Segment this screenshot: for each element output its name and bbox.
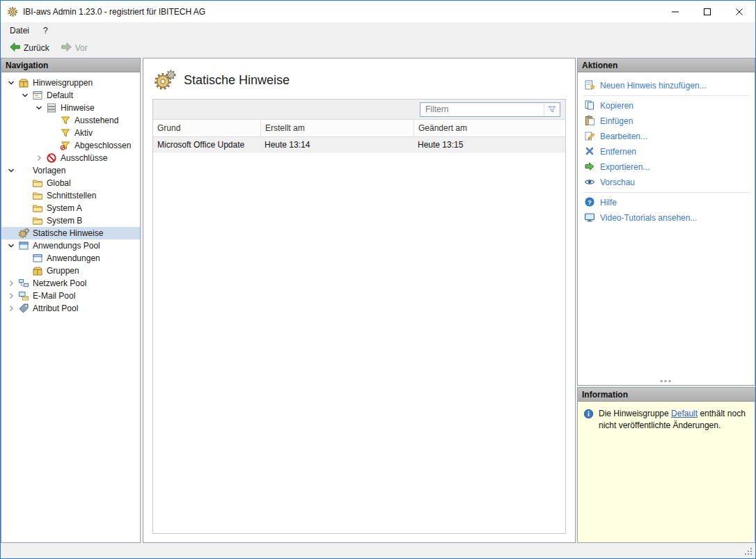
tree-item-label: Statische Hinweise [33,228,103,238]
info-icon [583,409,594,421]
tree-item-system-a[interactable]: System A [1,202,140,214]
tree-item-ausstehend[interactable]: Ausstehend [1,114,140,127]
paste-action[interactable]: Einfügen [578,113,755,129]
column-header-erstellt-am[interactable]: Erstellt am [260,120,414,136]
remove-action[interactable]: Entfernen [578,144,755,159]
hints-table: Grund Erstellt am Geändert am Microsoft … [152,99,566,534]
tree-item-label: Attribut Pool [33,304,78,313]
column-header-grund[interactable]: Grund [153,120,260,136]
panel-splitter[interactable]: ••• [578,377,755,385]
tree-item-gruppen[interactable]: Gruppen [1,265,140,277]
tree-item-vorlagen[interactable]: Vorlagen [1,164,140,177]
tree-item-label: Anwendungs Pool [33,241,100,251]
add-note-icon [584,79,595,93]
tree-item-label: Hinweise [61,103,95,113]
tree-item-label: Ausschlüsse [61,153,107,163]
column-header-geaendert-am[interactable]: Geändert am [414,120,565,136]
tree-item-attribut-pool[interactable]: Attribut Pool [1,302,140,315]
tree-item-label: Global [47,178,71,188]
tree-item-hinweise[interactable]: Hinweise [1,102,140,114]
table-empty-area [153,152,565,533]
video-tutorials-action[interactable]: Video-Tutorials ansehen... [578,210,755,226]
folder-icon [32,190,43,201]
action-label: Kopieren [600,101,633,111]
tree-item-aktiv[interactable]: Aktiv [1,127,140,139]
chevron-collapsed-icon[interactable] [6,290,17,301]
menu-help[interactable]: ? [36,24,55,38]
forward-button[interactable]: Vor [56,40,93,56]
filter-funnel-icon[interactable] [544,103,560,116]
copy-action[interactable]: Kopieren [578,98,755,113]
navigation-panel: Navigation Hinweisgruppen Default Hinwei… [1,58,141,543]
filter-input[interactable] [420,104,544,114]
preview-action[interactable]: Vorschau [578,175,755,190]
tree-item-hinweisgruppen[interactable]: Hinweisgruppen [1,77,140,89]
tree-item-label: System A [47,203,82,213]
chevron-expanded-icon[interactable] [19,90,31,101]
chevron-collapsed-icon[interactable] [6,303,17,314]
add-hint-action[interactable]: Neuen Hinweis hinzufügen... [578,78,755,93]
chevron-placeholder [19,203,31,214]
tree-item-system-b[interactable]: System B [1,214,140,227]
actions-separator [583,95,749,96]
app-icon [7,6,18,17]
tree-item-label: Netzwerk Pool [33,278,86,288]
chevron-expanded-icon[interactable] [6,77,17,88]
help-action[interactable]: ? Hilfe [578,195,755,210]
chevron-collapsed-icon[interactable] [33,152,45,164]
chevron-placeholder [47,127,58,139]
table-header-row: Grund Erstellt am Geändert am [153,120,565,137]
tree-item-netzwerk-pool[interactable]: Netzwerk Pool [1,277,140,290]
tree-item-global[interactable]: Global [1,177,140,189]
info-text-before: Die Hinweisgruppe [599,409,671,418]
notes-stack-icon [46,102,57,113]
close-button[interactable] [723,1,755,22]
main-header: Statische Hinweise [152,64,566,96]
folder-icon [32,203,43,214]
chevron-placeholder [6,228,17,239]
icon-placeholder [18,165,29,176]
chevron-expanded-icon[interactable] [6,165,17,176]
chevron-expanded-icon[interactable] [6,240,17,251]
information-panel: Information Die Hinweisgruppe Default en… [577,387,755,543]
default-group-link[interactable]: Default [671,409,698,418]
tree-item-label: Abgeschlossen [74,141,131,150]
back-button-label: Zurück [24,43,49,53]
tree-item-email-pool[interactable]: E-Mail Pool [1,290,140,302]
resize-grip[interactable] [744,547,753,556]
tree-item-schnittstellen[interactable]: Schnittstellen [1,189,140,202]
maximize-button[interactable] [691,1,723,22]
chevron-placeholder [19,253,31,264]
table-row[interactable]: Microsoft Office Update Heute 13:14 Heut… [153,137,565,152]
folder-icon [32,178,43,189]
back-button[interactable]: Zurück [4,40,54,56]
actions-panel: Aktionen Neuen Hinweis hinzufügen... Kop… [577,58,755,386]
filter-box [420,102,560,117]
menu-datei[interactable]: Datei [3,24,36,38]
minimize-button[interactable] [659,1,691,22]
action-label: Neuen Hinweis hinzufügen... [600,81,707,90]
tree-item-anwendungs-pool[interactable]: Anwendungs Pool [1,239,140,252]
action-label: Entfernen [600,147,636,157]
window-controls [659,1,755,22]
tree-item-anwendungen[interactable]: Anwendungen [1,252,140,265]
edit-action[interactable]: Bearbeiten... [578,129,755,144]
export-action[interactable]: Exportieren... [578,159,755,175]
network-icon [18,278,29,289]
tree-item-default[interactable]: Default [1,89,140,102]
tree-item-label: Schnittstellen [47,191,96,200]
tree-item-ausschluesse[interactable]: Ausschlüsse [1,152,140,164]
action-label: Einfügen [600,116,633,126]
tree-item-label: Hinweisgruppen [33,78,93,88]
chevron-placeholder [19,215,31,226]
static-hints-gears-icon [154,68,176,93]
tree-item-statische-hinweise[interactable]: Statische Hinweise [1,227,140,239]
tree-item-abgeschlossen[interactable]: Abgeschlossen [1,139,140,152]
chevron-collapsed-icon[interactable] [6,278,17,289]
tree-item-label: System B [47,216,82,226]
svg-text:?: ? [588,198,592,205]
tree-item-label: Vorlagen [33,166,65,175]
chevron-expanded-icon[interactable] [33,102,45,113]
actions-separator [583,192,749,193]
export-arrow-icon [584,161,595,174]
